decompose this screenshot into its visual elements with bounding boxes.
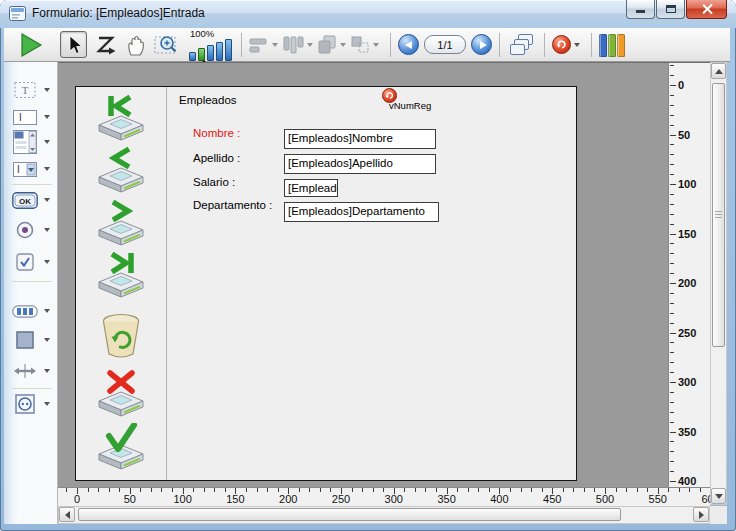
zoom-level-label: 100% — [190, 29, 214, 39]
plugin-area-tool-dropdown-icon — [44, 402, 50, 406]
next-record-button[interactable] — [97, 199, 145, 247]
minimize-button[interactable] — [626, 0, 655, 19]
distribute-icon — [282, 36, 304, 54]
button-tool-icon: OK — [12, 192, 38, 209]
pan-tool-button[interactable] — [121, 31, 151, 59]
checkbox-tool[interactable] — [12, 250, 56, 274]
input-tool-dropdown-icon — [44, 115, 50, 119]
input-tool[interactable]: I — [12, 105, 56, 129]
distribute-menu-button[interactable] — [282, 31, 317, 59]
ruler-label: 50 — [678, 129, 690, 141]
scroll-up-button[interactable] — [711, 63, 726, 79]
cancel-x-icon — [110, 373, 132, 391]
ruler-label: 50 — [124, 493, 136, 505]
ruler-label: 450 — [543, 493, 561, 505]
ruler-label: 400 — [490, 493, 508, 505]
form-page[interactable]: Empleados vNumReg Nombre :[Empleados]Nom… — [75, 86, 577, 481]
maximize-button[interactable] — [656, 0, 685, 19]
distribute-dropdown-icon — [307, 43, 313, 47]
scroll-down-button[interactable] — [711, 488, 726, 504]
titlebar[interactable]: Formulario: [Empleados]Entrada — [0, 0, 736, 28]
variable-label[interactable]: vNumReg — [389, 100, 431, 111]
ruler-label: 100 — [173, 493, 191, 505]
entry-order-tool-button[interactable] — [91, 31, 121, 59]
plugin-area-tool-icon — [12, 394, 38, 414]
delete-record-button[interactable] — [97, 312, 145, 362]
group-menu-button[interactable] — [350, 31, 383, 59]
library-button[interactable] — [599, 33, 626, 57]
minimize-icon — [636, 10, 645, 13]
field-label[interactable]: Salario : — [193, 176, 235, 188]
checkbox-tool-icon — [12, 253, 38, 271]
hand-icon — [125, 33, 147, 57]
field-input[interactable]: [Empleado — [284, 179, 338, 197]
display-dropdown-icon — [574, 43, 580, 47]
radio-button-tool-icon — [12, 221, 38, 239]
rectangle-tool[interactable] — [12, 328, 56, 352]
next-page-button[interactable] — [471, 34, 492, 55]
page-indicator-button[interactable]: 1/1 — [424, 35, 466, 54]
field-input[interactable]: [Empleados]Apellido — [284, 154, 436, 174]
combobox-tool[interactable]: I — [12, 157, 56, 181]
splitter-tool-icon — [12, 363, 38, 379]
trash-icon — [97, 312, 145, 362]
previous-page-button[interactable] — [398, 34, 419, 55]
field-input[interactable]: [Empleados]Departamento — [284, 202, 439, 222]
close-button[interactable] — [686, 0, 727, 19]
selection-tool-button[interactable] — [60, 31, 87, 58]
zoom-bars[interactable] — [189, 39, 234, 61]
splitter-tool-dropdown-icon — [44, 369, 50, 373]
field-label[interactable]: Apellido : — [193, 152, 240, 164]
last-record-button[interactable] — [97, 251, 145, 299]
text-tool[interactable]: T — [12, 78, 56, 102]
vertical-scrollbar[interactable] — [710, 62, 727, 505]
ruler-label: 200 — [279, 493, 297, 505]
horizontal-scroll-thumb[interactable] — [78, 508, 621, 521]
button-tool[interactable]: OK — [12, 188, 56, 212]
vertical-ruler: 050100150200250300350400 — [668, 62, 710, 505]
scroll-left-icon — [65, 511, 70, 519]
combobox-tool-dropdown-icon — [44, 167, 50, 171]
radio-button-tool[interactable] — [12, 218, 56, 242]
ruler-label: 150 — [226, 493, 244, 505]
vertical-scroll-thumb[interactable] — [712, 83, 725, 347]
scroll-left-button[interactable] — [59, 507, 75, 522]
cancel-button[interactable] — [97, 370, 145, 418]
field-input[interactable]: [Empleados]Nombre — [284, 129, 436, 149]
accept-button[interactable] — [97, 423, 145, 471]
field-label[interactable]: Nombre : — [193, 127, 240, 139]
ruler-label: 250 — [332, 493, 350, 505]
zoom-tool-button[interactable] — [151, 31, 183, 59]
first-record-button[interactable] — [97, 94, 145, 142]
ruler-label: 350 — [437, 493, 455, 505]
form-title[interactable]: Empleados — [179, 94, 237, 106]
display-menu-button[interactable] — [552, 31, 584, 59]
scrollbar-corner — [710, 506, 727, 524]
splitter-tool[interactable] — [12, 359, 56, 383]
level-menu-button[interactable] — [317, 31, 350, 59]
execute-form-button[interactable] — [16, 31, 46, 59]
tab-control-tool[interactable] — [12, 299, 56, 323]
entry-order-icon — [95, 34, 117, 56]
form-pages-button[interactable] — [507, 31, 537, 59]
rectangle-tool-icon — [12, 331, 38, 349]
tab-control-tool-dropdown-icon — [44, 309, 50, 313]
ruler-label: 350 — [678, 426, 696, 438]
plugin-area-tool[interactable] — [12, 392, 56, 416]
previous-record-button[interactable] — [97, 146, 145, 194]
svg-text:OK: OK — [19, 197, 31, 206]
svg-text:T: T — [22, 84, 29, 96]
horizontal-scrollbar[interactable] — [58, 506, 710, 524]
rectangle-tool-dropdown-icon — [44, 338, 50, 342]
form-separator-line[interactable] — [166, 87, 167, 481]
listbox-tool[interactable] — [12, 129, 56, 155]
library-icon — [599, 34, 607, 57]
align-menu-button[interactable] — [249, 31, 282, 59]
field-label[interactable]: Departamento : — [193, 199, 272, 211]
ruler-label: 600 — [701, 493, 710, 505]
scroll-up-icon — [715, 69, 723, 74]
zoom-level-widget[interactable]: 100% — [189, 31, 234, 59]
scroll-right-button[interactable] — [693, 507, 709, 522]
input-tool-icon: I — [12, 110, 38, 125]
ruler-label: 200 — [678, 277, 696, 289]
